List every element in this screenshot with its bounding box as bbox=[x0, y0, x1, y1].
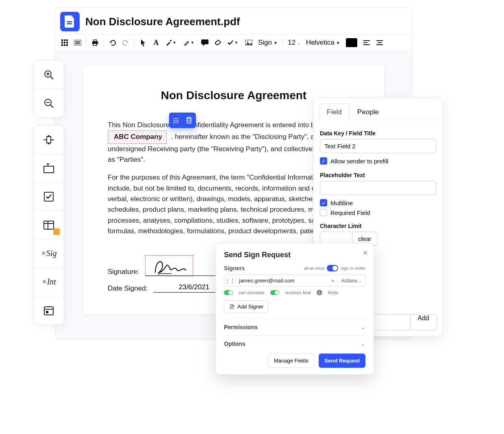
options-section[interactable]: Options ⌄ bbox=[224, 335, 365, 352]
font-size-dropdown[interactable]: 12 ⌄ bbox=[285, 39, 303, 47]
svg-rect-7 bbox=[66, 42, 68, 43]
allow-prefill-checkbox[interactable]: ✓ bbox=[320, 157, 327, 165]
required-checkbox[interactable] bbox=[320, 209, 327, 216]
text-tool-icon[interactable]: A bbox=[150, 37, 162, 49]
zoom-in-icon[interactable] bbox=[34, 61, 64, 89]
tab-field[interactable]: Field bbox=[319, 104, 350, 120]
svg-point-31 bbox=[174, 120, 175, 122]
modal-title: Send Sign Request bbox=[224, 251, 365, 259]
pointer-icon[interactable] bbox=[137, 37, 149, 49]
send-request-button[interactable]: Send Request bbox=[319, 354, 365, 368]
svg-rect-16 bbox=[93, 40, 97, 41]
date-signed-label: Date Signed: bbox=[108, 284, 148, 293]
image-tool-icon[interactable] bbox=[243, 37, 255, 49]
list-view-icon[interactable] bbox=[72, 37, 84, 49]
manage-fields-button[interactable]: Manage Fields bbox=[268, 354, 315, 368]
svg-point-35 bbox=[176, 122, 177, 124]
zoom-out-icon[interactable] bbox=[34, 89, 64, 117]
date-field-tool-icon[interactable] bbox=[34, 296, 64, 325]
company-text-field[interactable]: ABC Company bbox=[108, 130, 167, 143]
svg-rect-2 bbox=[61, 39, 63, 41]
multiline-checkbox[interactable]: ✓ bbox=[320, 199, 327, 206]
color-picker[interactable] bbox=[346, 38, 357, 47]
all-at-once-label: all at once bbox=[304, 266, 324, 271]
sign-order-toggle[interactable] bbox=[327, 265, 338, 271]
svg-rect-19 bbox=[201, 39, 209, 44]
lock-icon bbox=[53, 228, 60, 235]
placeholder-input[interactable] bbox=[320, 181, 436, 195]
sign-dropdown[interactable]: Sign ▼ bbox=[256, 39, 280, 47]
svg-point-21 bbox=[247, 41, 248, 43]
undo-icon[interactable] bbox=[106, 37, 119, 49]
highlighter-tool-icon[interactable]: ▼ bbox=[181, 37, 198, 49]
redo-icon[interactable] bbox=[119, 37, 132, 49]
signature-glyph bbox=[150, 256, 188, 275]
add-user-icon bbox=[229, 304, 235, 310]
can-annotate-label: can annotate bbox=[239, 290, 265, 295]
signer-drag-handle-icon[interactable]: ⋮⋮ bbox=[224, 275, 236, 286]
svg-point-30 bbox=[178, 118, 179, 119]
svg-point-36 bbox=[178, 122, 179, 124]
remove-signer-icon[interactable]: × bbox=[328, 278, 338, 284]
data-key-input[interactable] bbox=[320, 139, 436, 153]
align-center-icon[interactable] bbox=[374, 37, 386, 49]
add-signer-button[interactable]: Add Signer bbox=[224, 300, 269, 313]
delete-field-icon[interactable] bbox=[186, 117, 192, 124]
add-recipient-button[interactable]: Add bbox=[410, 314, 437, 330]
app-header: Non Disclosure Agreement.pdf bbox=[55, 8, 412, 35]
text-field-tool-icon[interactable] bbox=[34, 126, 64, 154]
close-icon[interactable]: ✕ bbox=[363, 249, 368, 257]
receives-final-label: receives final bbox=[285, 290, 311, 295]
fields-group: ×Sig ×Int bbox=[33, 125, 64, 325]
svg-rect-3 bbox=[64, 39, 65, 41]
app-title: Non Disclosure Agreement.pdf bbox=[85, 15, 240, 28]
brush-tool-icon[interactable]: ▼ bbox=[163, 37, 180, 49]
svg-rect-61 bbox=[44, 307, 53, 315]
svg-line-47 bbox=[50, 105, 53, 108]
permissions-section[interactable]: Permissions ⌄ bbox=[224, 319, 365, 335]
svg-rect-17 bbox=[93, 43, 97, 46]
signature-label: Signature: bbox=[108, 268, 139, 276]
initials-field-tool-icon[interactable]: ×Int bbox=[34, 268, 64, 296]
sign-in-order-label: sign in order bbox=[341, 266, 365, 271]
placeholder-label: Placeholder Text bbox=[320, 172, 436, 178]
svg-point-32 bbox=[176, 120, 177, 122]
signer-row: ⋮⋮ james.green@mail.com × Actions ⌄ bbox=[224, 275, 365, 286]
eraser-icon[interactable] bbox=[212, 37, 224, 49]
svg-point-33 bbox=[178, 120, 179, 122]
signature-field-tool-icon[interactable]: ×Sig bbox=[34, 239, 64, 268]
can-annotate-toggle[interactable] bbox=[224, 290, 233, 295]
font-family-dropdown[interactable]: Helvetica ▼ bbox=[304, 39, 343, 47]
field-floating-toolbar bbox=[169, 113, 196, 128]
toolbar: A ▼ ▼ ▼ Sign ▼ 12 ⌄ bbox=[55, 35, 412, 51]
font-family-value: Helvetica bbox=[306, 39, 335, 47]
print-icon[interactable] bbox=[89, 37, 101, 49]
svg-rect-63 bbox=[46, 311, 48, 313]
svg-point-28 bbox=[174, 118, 175, 119]
multiline-label: Multiline bbox=[330, 200, 353, 206]
receives-final-toggle[interactable] bbox=[270, 290, 279, 295]
svg-point-29 bbox=[176, 118, 177, 119]
paragraph-field-tool-icon[interactable] bbox=[34, 154, 64, 182]
drag-handle-icon[interactable] bbox=[173, 117, 178, 123]
check-tool-icon[interactable]: ▼ bbox=[225, 37, 242, 49]
svg-rect-8 bbox=[61, 44, 63, 46]
svg-rect-5 bbox=[61, 42, 63, 43]
side-tools: ×Sig ×Int bbox=[33, 60, 64, 325]
fields-count-label: fields bbox=[328, 290, 339, 295]
svg-rect-41 bbox=[188, 117, 190, 118]
grid-view-icon[interactable] bbox=[59, 37, 71, 49]
signer-actions-dropdown[interactable]: Actions ⌄ bbox=[337, 276, 365, 286]
sign-label: Sign bbox=[258, 39, 272, 47]
app-logo bbox=[60, 12, 80, 31]
comment-icon[interactable] bbox=[199, 37, 211, 49]
signer-email[interactable]: james.green@mail.com bbox=[236, 275, 328, 286]
tab-people[interactable]: People bbox=[350, 104, 387, 120]
align-left-icon[interactable] bbox=[361, 37, 373, 49]
svg-rect-6 bbox=[64, 42, 65, 43]
checkbox-field-tool-icon[interactable] bbox=[34, 182, 64, 211]
signature-field[interactable] bbox=[145, 255, 193, 276]
secure-field-tool-icon[interactable] bbox=[34, 211, 64, 239]
svg-rect-9 bbox=[64, 44, 65, 46]
svg-rect-4 bbox=[66, 39, 68, 41]
